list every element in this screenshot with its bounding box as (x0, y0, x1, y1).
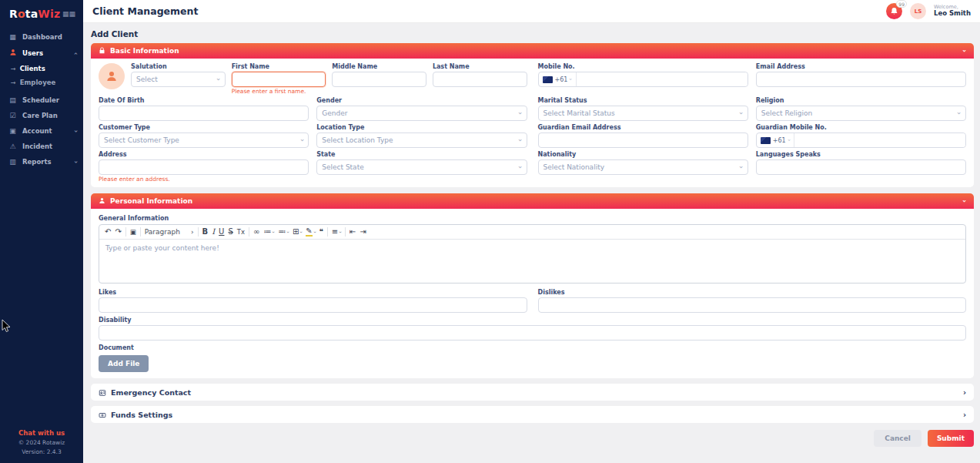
care-plan-icon: ☑ (8, 112, 17, 119)
undo-icon[interactable]: ↶ (105, 228, 111, 236)
last-name-input[interactable] (433, 72, 527, 87)
marital-status-field: Marital Status Select Marital Status › (538, 97, 748, 121)
link-icon[interactable]: ∞ (253, 228, 259, 236)
gender-label: Gender (316, 97, 527, 104)
numbered-list-icon[interactable]: ≕› (278, 228, 289, 236)
location-type-select[interactable]: Select Location Type › (316, 133, 527, 148)
bold-icon[interactable]: B (202, 228, 209, 236)
guardian-email-input[interactable] (538, 133, 748, 148)
mobile-field: Mobile No. +61 › (538, 63, 748, 87)
chat-with-us-link[interactable]: Chat with us (0, 429, 83, 437)
outdent-icon[interactable]: ⇤ (350, 228, 356, 236)
chevron-down-icon: › (312, 231, 317, 233)
dob-input[interactable] (99, 106, 309, 121)
state-select[interactable]: Select State › (316, 159, 527, 175)
middle-name-label: Middle Name (332, 63, 426, 70)
email-input[interactable] (756, 72, 966, 87)
customer-type-select[interactable]: Select Customer Type › (99, 133, 309, 148)
gender-select[interactable]: Gender › (316, 106, 527, 121)
sidebar-item-label: Dashboard (22, 33, 62, 41)
remove-format-icon[interactable]: Tx (237, 229, 245, 236)
lock-icon (99, 47, 105, 55)
page-title: Client Management (92, 5, 198, 17)
country-code-select[interactable]: +61 › (539, 72, 577, 86)
disability-input[interactable] (99, 325, 966, 341)
address-field: Address Please enter an address. (99, 151, 309, 175)
personal-information-header[interactable]: Personal Information › (91, 193, 974, 209)
address-error: Please enter an address. (99, 176, 170, 183)
dob-label: Date Of Birth (99, 97, 309, 104)
australia-flag-icon (761, 137, 771, 144)
sidebar-item-clients[interactable]: → Clients (0, 62, 83, 75)
underline-icon[interactable]: U (219, 228, 224, 236)
nationality-label: Nationality (538, 151, 748, 158)
dashboard-icon: ▦ (8, 33, 17, 41)
dislikes-input[interactable] (538, 297, 967, 313)
notifications-button[interactable]: 99 (886, 3, 902, 19)
indent-icon[interactable]: ⇥ (360, 228, 366, 236)
middle-name-field: Middle Name (332, 63, 426, 87)
guardian-mobile-input[interactable] (794, 133, 965, 147)
dislikes-field: Dislikes (538, 289, 967, 313)
topbar-actions: 99 LS Welcome, Leo Smith (886, 3, 971, 19)
paragraph-style-dropdown[interactable]: Paragraph › (145, 228, 194, 236)
user-avatar[interactable]: LS (910, 3, 926, 19)
highlight-icon[interactable]: ✎› (306, 227, 315, 237)
text-align-icon[interactable]: ≡› (332, 228, 341, 236)
address-input[interactable] (99, 159, 309, 175)
section-title: Personal Information (110, 197, 192, 205)
document-field: Document Add File (99, 344, 966, 372)
chevron-right-icon: › (963, 411, 966, 419)
likes-input[interactable] (99, 297, 527, 313)
chevron-down-icon: › (517, 166, 524, 169)
salutation-field: Salutation Select › (131, 63, 226, 87)
redo-icon[interactable]: ↷ (115, 228, 121, 236)
bulleted-list-icon[interactable]: ≔› (263, 228, 274, 236)
show-blocks-icon[interactable]: ▣ (130, 229, 136, 236)
basic-information-header[interactable]: Basic Information › (91, 43, 974, 59)
sidebar-item-users[interactable]: Users › (0, 45, 83, 62)
marital-status-select[interactable]: Select Marital Status › (538, 106, 748, 121)
logo-text: RotaWiz (9, 8, 60, 20)
languages-input[interactable] (756, 159, 966, 175)
reports-icon: ▥ (8, 158, 17, 166)
salutation-select[interactable]: Select › (131, 72, 226, 87)
mobile-input[interactable] (577, 72, 748, 86)
insert-table-icon[interactable]: ⊞› (293, 228, 302, 236)
nationality-select[interactable]: Select Nationality › (538, 159, 748, 175)
editor-content-area[interactable]: Type or paste your content here! (99, 240, 965, 283)
apps-grid-icon[interactable]: ▦▦ (62, 10, 75, 18)
italic-icon[interactable]: I (212, 228, 215, 236)
client-avatar-placeholder[interactable] (99, 63, 125, 89)
content: Add Client Basic Information › (83, 23, 980, 463)
block-quote-icon[interactable]: ❝ (319, 228, 323, 236)
sidebar-item-reports[interactable]: ▥ Reports › (0, 154, 83, 169)
religion-select[interactable]: Select Religion › (756, 106, 966, 121)
sidebar-item-scheduler[interactable]: ▤ Scheduler (0, 92, 83, 108)
dob-field: Date Of Birth (99, 97, 309, 121)
welcome-block: Welcome, Leo Smith (934, 5, 971, 18)
likes-field: Likes (99, 289, 527, 313)
emergency-contact-section[interactable]: Emergency Contact › (91, 384, 974, 401)
submit-button[interactable]: Submit (928, 430, 974, 447)
add-file-button[interactable]: Add File (99, 355, 149, 372)
sidebar-nav: ▦ Dashboard Users › → Clients → Employee… (0, 29, 83, 169)
chevron-down-icon: › (738, 112, 745, 115)
state-field: State Select State › (316, 151, 527, 175)
strikethrough-icon[interactable]: S (228, 228, 232, 236)
sidebar-item-care-plan[interactable]: ☑ Care Plan (0, 108, 83, 123)
sidebar-item-incident[interactable]: ⚠ Incident (0, 139, 83, 154)
funds-settings-section[interactable]: Funds Settings › (91, 406, 974, 423)
first-name-input[interactable] (232, 72, 326, 87)
last-name-field: Last Name (433, 63, 527, 87)
sidebar-item-employee[interactable]: → Employee (0, 75, 83, 89)
middle-name-input[interactable] (332, 72, 426, 87)
customer-type-field: Customer Type Select Customer Type › (99, 124, 309, 148)
country-code-select[interactable]: +61 › (757, 133, 795, 147)
disability-label: Disability (99, 317, 966, 324)
religion-label: Religion (756, 97, 966, 104)
sidebar-item-account[interactable]: ▣ Account › (0, 123, 83, 139)
cancel-button[interactable]: Cancel (874, 430, 921, 447)
chevron-down-icon: › (298, 231, 303, 233)
sidebar-item-dashboard[interactable]: ▦ Dashboard (0, 29, 83, 45)
